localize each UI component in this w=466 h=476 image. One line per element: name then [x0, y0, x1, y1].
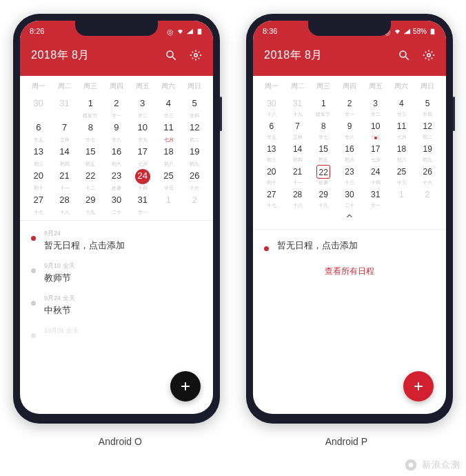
add-event-button[interactable] [170, 371, 201, 401]
watermark: 新浪众测 [404, 458, 460, 472]
svg-rect-0 [198, 28, 202, 34]
calendar-day[interactable]: 18初八 [156, 143, 182, 168]
calendar-day[interactable]: 24十四 [130, 168, 156, 192]
calendar-day[interactable]: 23处暑 [103, 168, 130, 192]
calendar-day[interactable]: 12初二 [414, 118, 440, 141]
search-icon[interactable] [165, 49, 177, 61]
dow-label: 周日 [181, 79, 207, 95]
calendar-day[interactable]: 8廿七 [310, 118, 336, 141]
calendar-day[interactable]: 25中元 [389, 163, 415, 186]
gear-icon[interactable] [190, 49, 202, 61]
calendar-day[interactable]: 13初三 [26, 143, 52, 168]
calendar-day[interactable]: 21十一 [285, 163, 311, 186]
calendar-day[interactable]: 26十六 [181, 168, 207, 192]
calendar-day[interactable]: 5廿四 [414, 95, 440, 118]
calendar-day[interactable]: 2廿一 [336, 95, 363, 118]
calendar-day[interactable]: 11七月 [389, 118, 415, 141]
display-notch [308, 21, 391, 36]
calendar-day[interactable]: 30十八 [259, 95, 285, 118]
gear-icon[interactable] [423, 49, 435, 61]
page-title[interactable]: 2018年 8月 [264, 48, 323, 63]
view-all-link[interactable]: 查看所有日程 [253, 259, 446, 284]
calendar-day[interactable]: 4廿三 [389, 95, 415, 118]
calendar-day[interactable]: 2廿一 [103, 95, 130, 119]
calendar-day[interactable]: 6廿五 [259, 118, 285, 141]
calendar-day[interactable]: 8廿七 [77, 119, 103, 143]
add-event-button[interactable] [403, 371, 434, 401]
calendar-day[interactable]: 14初四 [52, 143, 78, 168]
list-item[interactable]: 10月01 全天 [20, 321, 213, 342]
calendar-day[interactable]: 20初十 [259, 163, 285, 186]
calendar-day[interactable]: 16初六 [336, 141, 363, 163]
calendar-grid[interactable]: 周一 周二 周三 周四 周五 周六 周日 30十八31十九1建军节2廿一3廿二4… [253, 76, 446, 226]
calendar-day[interactable]: 29十九 [310, 186, 336, 209]
list-item[interactable]: 9月10 全天 教师节 [20, 256, 213, 288]
caption: Android P [325, 436, 367, 447]
calendar-day[interactable]: 9廿八 [103, 119, 130, 143]
dow-label: 周四 [103, 79, 130, 95]
calendar-grid[interactable]: 周一 周二 周三 周四 周五 周六 周日 30 31 1建军节2廿一3廿二4廿三… [20, 76, 213, 217]
calendar-day[interactable]: 31廿一 [363, 186, 389, 209]
calendar-day[interactable]: 14初四 [285, 141, 311, 163]
calendar-day[interactable]: 28十八 [52, 192, 78, 216]
calendar-day[interactable]: 3廿二 [363, 95, 389, 118]
calendar-day[interactable]: 9廿八 [336, 118, 363, 141]
calendar-day[interactable]: 4廿三 [156, 95, 182, 119]
calendar-day[interactable]: 27十七 [259, 186, 285, 209]
calendar-day[interactable]: 10廿九 [130, 119, 156, 143]
page-title[interactable]: 2018年 8月 [31, 48, 90, 63]
calendar-day[interactable]: 29十九 [77, 192, 103, 216]
calendar-day[interactable]: 30二十 [103, 192, 130, 216]
calendar-day[interactable]: 31 [52, 95, 78, 119]
calendar-day[interactable]: 11七月 [156, 119, 182, 143]
calendar-day[interactable]: 1建军节 [77, 95, 103, 119]
calendar-day[interactable]: 13初三 [259, 141, 285, 163]
wifi-icon [176, 28, 184, 35]
calendar-day[interactable]: 18初八 [389, 141, 415, 163]
calendar-day[interactable]: 26十六 [414, 163, 440, 186]
calendar-day[interactable]: 30二十 [336, 186, 363, 209]
svg-point-3 [194, 54, 198, 57]
calendar-day[interactable]: 25中元 [156, 168, 182, 192]
calendar-day[interactable]: 31廿一 [130, 192, 156, 216]
battery-percent: 58% [413, 28, 427, 35]
calendar-day[interactable]: 17七夕 [130, 143, 156, 168]
calendar-day[interactable]: 23十三 [336, 163, 363, 186]
calendar-day[interactable]: 19初九 [414, 141, 440, 163]
calendar-day[interactable]: 7立秋 [285, 118, 311, 141]
collapse-handle[interactable] [259, 209, 440, 225]
calendar-day[interactable]: 1建军节 [310, 95, 336, 118]
calendar-day[interactable]: 24十四 [363, 163, 389, 186]
calendar-day[interactable]: 19初九 [181, 143, 207, 168]
calendar-day[interactable]: 7立秋 [52, 119, 78, 143]
list-item[interactable]: 9月24 全天 中秋节 [20, 288, 213, 321]
calendar-day[interactable]: 2 [181, 192, 207, 216]
calendar-day[interactable]: 31十九 [285, 95, 311, 118]
calendar-day[interactable]: 16初六 [103, 143, 130, 168]
calendar-day[interactable]: 15初五 [310, 141, 336, 163]
status-time: 8:36 [263, 27, 277, 35]
calendar-day[interactable]: 21十一 [52, 168, 78, 192]
dow-label: 周一 [259, 79, 285, 95]
search-icon[interactable] [398, 49, 410, 61]
calendar-day[interactable]: 27十七 [26, 192, 52, 216]
calendar-day[interactable]: 12初二 [181, 119, 207, 143]
calendar-day[interactable]: 15初五 [77, 143, 103, 168]
dow-label: 周日 [414, 79, 440, 95]
list-item[interactable]: 暂无日程，点击添加 [253, 232, 446, 259]
calendar-day[interactable]: 2 [414, 186, 440, 209]
calendar-day[interactable]: 22十二 [77, 168, 103, 192]
list-item[interactable]: 8月24 暂无日程，点击添加 [20, 224, 213, 256]
calendar-day[interactable]: 22处暑 [310, 163, 336, 186]
calendar-day[interactable]: 5廿四 [181, 95, 207, 119]
calendar-day[interactable]: 6廿五 [26, 119, 52, 143]
svg-line-2 [172, 57, 176, 60]
calendar-day[interactable]: 1 [389, 186, 415, 209]
calendar-day[interactable]: 28十八 [285, 186, 311, 209]
calendar-day[interactable]: 1 [156, 192, 182, 216]
calendar-day[interactable]: 10廿九 [363, 118, 389, 141]
calendar-day[interactable]: 30 [26, 95, 52, 119]
calendar-day[interactable]: 20初十 [26, 168, 52, 192]
calendar-day[interactable]: 3廿二 [130, 95, 156, 119]
calendar-day[interactable]: 17七夕 [363, 141, 389, 163]
